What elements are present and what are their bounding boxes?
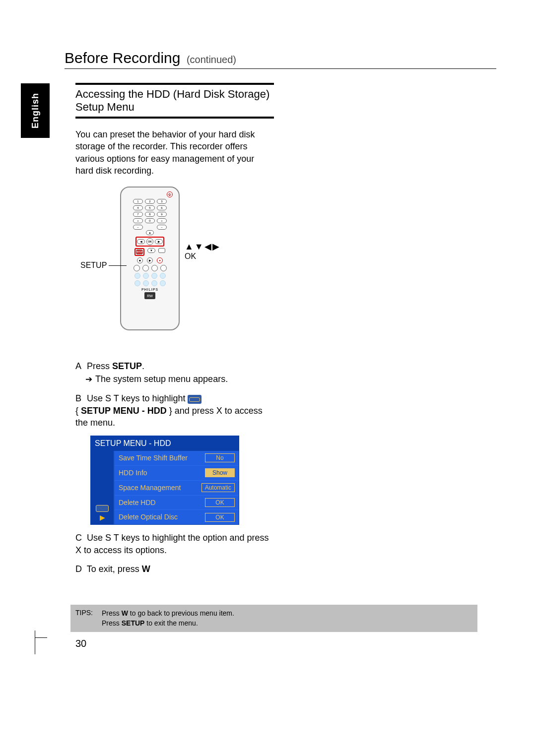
setup-highlight: SETUP	[134, 248, 144, 256]
menu-row-value: OK	[205, 513, 235, 522]
down-icon: ▼	[147, 248, 155, 253]
menu-row-value: OK	[205, 498, 235, 507]
left-icon: ◀	[137, 239, 145, 244]
setup-menu-hdd: SETUP MENU - HDD ▶ Save Time Shift Buffe…	[90, 436, 239, 525]
menu-row-value: Automatic	[201, 483, 235, 492]
section-title: Accessing the HDD (Hard Disk Storage) Se…	[75, 83, 274, 119]
page-number: 30	[75, 638, 274, 649]
menu-row-label: Delete HDD	[119, 498, 156, 507]
step-c: C Use S T keys to highlight the option a…	[75, 532, 274, 556]
menu-row-label: Save Time Shift Buffer	[119, 453, 188, 463]
right-icon: ▶	[155, 239, 163, 244]
language-label: English	[30, 93, 41, 128]
play-icon: ▶	[147, 257, 153, 263]
step-b: B Use S T keys to highlight { SETUP MENU…	[75, 392, 274, 429]
power-icon: ⏻	[167, 191, 173, 197]
menu-row[interactable]: Save Time Shift BufferNo	[115, 451, 239, 466]
menu-sidebar: ▶	[91, 451, 115, 524]
menu-row-value: Show	[205, 468, 235, 477]
crop-mark-icon	[35, 630, 59, 654]
record-icon: ●	[157, 257, 163, 263]
arrow-icon: ➔	[85, 374, 92, 385]
stop-icon: ■	[137, 257, 143, 263]
rw-badge: RW	[144, 292, 155, 299]
hdd-icon	[188, 395, 201, 404]
hdd-button-icon	[158, 248, 165, 253]
arrows-icon: ▲▼◀▶	[185, 241, 220, 252]
remote-brand: PHILIPS	[124, 288, 176, 291]
menu-row-label: HDD Info	[119, 468, 147, 478]
menu-row[interactable]: Space ManagementAutomatic	[115, 481, 239, 496]
menu-row-label: Space Management	[119, 483, 181, 493]
menu-row-label: Delete Optical Disc	[119, 512, 178, 522]
menu-row[interactable]: Delete Optical DiscOK	[115, 510, 239, 524]
remote-ok-label: ▲▼◀▶ OK	[185, 241, 220, 261]
intro-paragraph: You can preset the behavior of your hard…	[75, 128, 274, 177]
page-header: Before Recording (continued)	[65, 50, 496, 69]
step-a: A Press SETUP. ➔The system setup menu ap…	[75, 360, 274, 385]
tips-body: Press W to go back to previous menu item…	[102, 609, 234, 628]
menu-row[interactable]: Delete HDDOK	[115, 496, 239, 510]
header-title: Before Recording	[65, 50, 180, 66]
remote-illustration: ⏻ 123 456 789 +0+ −− ▲ ◀ OK ▶ SETUP ▼	[75, 187, 274, 345]
up-icon: ▲	[146, 230, 154, 235]
menu-row-value: No	[205, 453, 235, 462]
remote-body: ⏻ 123 456 789 +0+ −− ▲ ◀ OK ▶ SETUP ▼	[120, 187, 180, 330]
step-d: D To exit, press W	[75, 563, 274, 575]
tips-bar: TIPS: Press W to go back to previous men…	[70, 605, 477, 632]
nav-ok-highlight: ◀ OK ▶	[135, 237, 164, 247]
menu-arrow-icon: ▶	[100, 513, 105, 522]
tips-label: TIPS:	[75, 609, 93, 628]
menu-title: SETUP MENU - HDD	[91, 436, 239, 451]
header-subtitle: (continued)	[187, 54, 236, 65]
hdd-tab-icon	[96, 505, 109, 512]
ok-button-icon: OK	[146, 238, 153, 245]
menu-row[interactable]: HDD InfoShow	[115, 466, 239, 481]
remote-setup-label: SETUP	[80, 261, 127, 270]
language-tab: English	[21, 83, 50, 138]
